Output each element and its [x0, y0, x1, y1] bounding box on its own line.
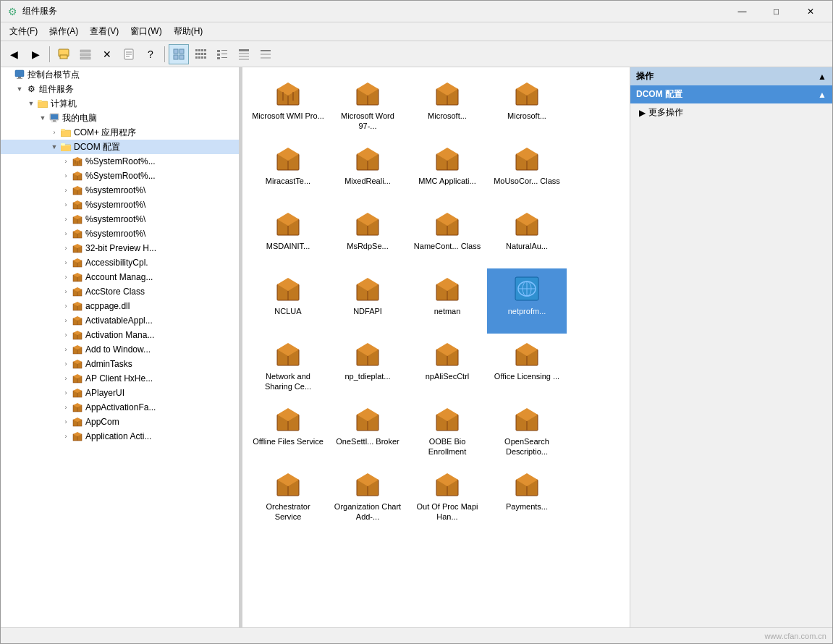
list-button[interactable]	[75, 44, 96, 64]
tree-item-appactivation[interactable]: › AppActivationFa...	[1, 400, 239, 415]
view-small-icon[interactable]	[190, 44, 211, 64]
list-item[interactable]: MMC Applicati...	[407, 138, 487, 203]
app-icon: ⚙	[7, 6, 18, 17]
delete-button[interactable]: ✕	[97, 44, 117, 64]
list-item[interactable]: NDFAPI	[328, 268, 407, 334]
list-item[interactable]: npAliSecCtrl	[407, 334, 487, 399]
list-item[interactable]: OpenSearch Descriptio...	[487, 399, 567, 464]
properties-button[interactable]	[119, 44, 139, 64]
tree-item-aplayer[interactable]: › APlayerUI	[1, 386, 239, 400]
tree-label: %SystemRoot%...	[85, 156, 156, 166]
list-item[interactable]: Payments...	[487, 464, 567, 529]
svg-rect-48	[61, 129, 65, 131]
list-item[interactable]: Out Of Proc Mapi Han...	[407, 464, 487, 529]
dcom-collapse-icon[interactable]: ▲	[818, 90, 826, 100]
tree-item-dcom[interactable]: ▼ DCOM 配置	[1, 140, 239, 154]
tree-item-account-manager[interactable]: › Account Manag...	[1, 270, 239, 284]
list-item-netprofm[interactable]: netprofm...	[487, 268, 567, 334]
expand-icon: ›	[60, 257, 72, 268]
tree-item-systemroot-5[interactable]: › %systemroot%\	[1, 212, 239, 226]
list-item[interactable]: Office Licensing ...	[487, 334, 567, 399]
tree-item-my-computer[interactable]: ▼ 我的电脑	[1, 111, 239, 125]
package-icon	[512, 404, 541, 433]
list-item[interactable]: Network and Sharing Ce...	[248, 334, 328, 399]
list-item[interactable]: NCLUA	[248, 268, 328, 334]
minimize-button[interactable]: —	[726, 1, 758, 22]
actions-header: 操作 ▲	[630, 67, 832, 85]
list-item[interactable]: MiracastTe...	[248, 138, 328, 203]
list-item[interactable]: Offline Files Service	[248, 399, 328, 464]
svg-rect-11	[174, 55, 178, 59]
list-item[interactable]: OneSettl... Broker	[328, 399, 407, 464]
view-list[interactable]	[212, 44, 232, 64]
menu-file[interactable]: 文件(F)	[4, 24, 43, 39]
list-item[interactable]: MsRdpSe...	[328, 203, 407, 268]
tree-item-systemroot-4[interactable]: › %systemroot%\	[1, 198, 239, 212]
list-item[interactable]: Organization Chart Add-...	[328, 464, 407, 529]
tree-item-acppage[interactable]: › acppage.dll	[1, 299, 239, 313]
expand-icon: ›	[60, 416, 72, 428]
view-extra[interactable]	[255, 44, 276, 64]
svg-rect-46	[51, 122, 57, 122]
menu-view[interactable]: 查看(V)	[84, 24, 124, 39]
list-item[interactable]: MoUsoCor... Class	[487, 138, 567, 203]
dcom-header-label: DCOM 配置	[636, 88, 682, 101]
tree-item-add-to-window[interactable]: › Add to Window...	[1, 342, 239, 357]
list-item[interactable]: Microsoft Word 97-...	[328, 73, 407, 138]
list-item[interactable]: MixedReali...	[328, 138, 407, 203]
tree-item-systemroot-1[interactable]: › %SystemRoot%...	[1, 154, 239, 169]
list-item[interactable]: NaturalAu...	[487, 203, 567, 268]
tree-item-systemroot-2[interactable]: › %SystemRoot%...	[1, 169, 239, 183]
up-button[interactable]	[54, 44, 74, 64]
expand-icon: ›	[48, 127, 60, 138]
network-icon	[512, 274, 541, 303]
tree-item-root[interactable]: 控制台根节点	[1, 67, 239, 82]
tree-item-32bit[interactable]: › 32-bit Preview H...	[1, 241, 239, 255]
tree-item-apclient[interactable]: › AP Client HxHe...	[1, 371, 239, 386]
tree-item-systemroot-6[interactable]: › %systemroot%\	[1, 226, 239, 241]
menu-action[interactable]: 操作(A)	[43, 24, 84, 39]
close-button[interactable]: ✕	[794, 1, 826, 22]
list-item[interactable]: MSDAINIT...	[248, 203, 328, 268]
view-detail[interactable]	[234, 44, 254, 64]
svg-rect-23	[201, 56, 203, 59]
back-button[interactable]: ◀	[4, 44, 24, 64]
icon-label: Orchestrator Service	[252, 501, 324, 522]
icon-label: MiracastTe...	[266, 176, 310, 186]
list-item[interactable]: Orchestrator Service	[248, 464, 328, 529]
tree-item-appcom[interactable]: › AppCom	[1, 415, 239, 429]
menu-window[interactable]: 窗口(W)	[124, 24, 167, 39]
maximize-button[interactable]: □	[760, 1, 792, 22]
tree-item-accessibility[interactable]: › AccessibilityCpl.	[1, 255, 239, 270]
pkg-icon	[72, 373, 83, 384]
tree-item-admintasks[interactable]: › AdminTasks	[1, 357, 239, 371]
list-item[interactable]: Microsoft...	[487, 73, 567, 138]
list-item[interactable]: OOBE Bio Enrollment	[407, 399, 487, 464]
tree-item-activation-manager[interactable]: › Activation Mana...	[1, 328, 239, 342]
tree-item-com-plus[interactable]: › COM+ 应用程序	[1, 125, 239, 140]
more-actions-item[interactable]: ▶ 更多操作	[630, 103, 832, 122]
svg-rect-22	[198, 56, 200, 59]
main-content: 控制台根节点 ▼ ⚙ 组件服务 ▼ 计算机 ▼ 我的电脑	[1, 67, 832, 627]
menu-help[interactable]: 帮助(H)	[168, 24, 209, 39]
svg-rect-33	[239, 56, 249, 57]
tree-item-computers[interactable]: ▼ 计算机	[1, 96, 239, 111]
help-button[interactable]: ?	[140, 44, 161, 64]
tree-item-systemroot-3[interactable]: › %systemroot%\	[1, 183, 239, 198]
forward-button[interactable]: ▶	[25, 44, 46, 64]
view-large-icon[interactable]	[169, 44, 189, 64]
tree-item-application-acti[interactable]: › Application Acti...	[1, 429, 239, 444]
tree-item-accstore[interactable]: › AccStore Class	[1, 284, 239, 299]
list-item[interactable]: NameCont... Class	[407, 203, 487, 268]
list-item[interactable]: netman	[407, 268, 487, 334]
tree-item-component-services[interactable]: ▼ ⚙ 组件服务	[1, 82, 239, 96]
tree-icon-folder	[60, 127, 72, 138]
toolbar-separator-2	[164, 46, 165, 62]
tree-item-activatable[interactable]: › ActivatableAppl...	[1, 313, 239, 328]
list-item[interactable]: Microsoft WMI Pro...	[248, 73, 328, 138]
actions-collapse-icon[interactable]: ▲	[818, 72, 826, 82]
icon-label: MMC Applicati...	[418, 176, 475, 186]
list-item[interactable]: Microsoft...	[407, 73, 487, 138]
expand-icon	[2, 69, 14, 80]
list-item[interactable]: np_tdieplat...	[328, 334, 407, 399]
